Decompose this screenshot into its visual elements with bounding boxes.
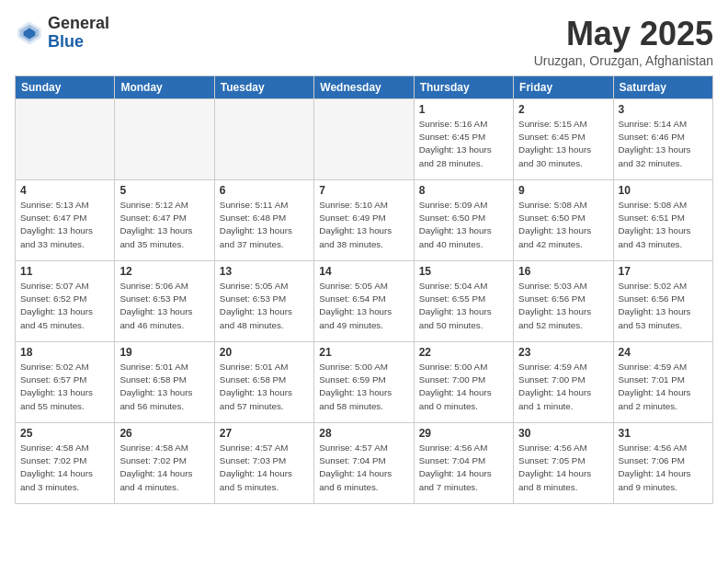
calendar-week-row: 18Sunrise: 5:02 AM Sunset: 6:57 PM Dayli…	[16, 342, 713, 423]
cell-date: 1	[419, 103, 508, 116]
cell-info: Sunrise: 5:06 AM Sunset: 6:53 PM Dayligh…	[119, 280, 209, 332]
weekday-header-monday: Monday	[115, 76, 214, 99]
cell-info: Sunrise: 4:57 AM Sunset: 7:04 PM Dayligh…	[319, 442, 408, 494]
cell-date: 3	[619, 103, 708, 116]
weekday-header-friday: Friday	[514, 76, 613, 99]
calendar-cell: 6Sunrise: 5:11 AM Sunset: 6:48 PM Daylig…	[214, 180, 313, 261]
cell-date: 20	[220, 346, 309, 359]
cell-info: Sunrise: 5:02 AM Sunset: 6:57 PM Dayligh…	[20, 361, 109, 413]
cell-info: Sunrise: 5:08 AM Sunset: 6:50 PM Dayligh…	[518, 199, 608, 251]
weekday-header-saturday: Saturday	[613, 76, 712, 99]
calendar-cell: 17Sunrise: 5:02 AM Sunset: 6:56 PM Dayli…	[613, 261, 712, 342]
calendar-cell: 13Sunrise: 5:05 AM Sunset: 6:53 PM Dayli…	[214, 261, 313, 342]
cell-date: 2	[518, 103, 608, 116]
weekday-header-sunday: Sunday	[16, 76, 115, 99]
calendar-table: SundayMondayTuesdayWednesdayThursdayFrid…	[15, 75, 713, 504]
calendar-cell	[16, 99, 115, 180]
calendar-cell	[214, 99, 313, 180]
title-block: May 2025 Uruzgan, Oruzgan, Afghanistan	[534, 15, 713, 68]
cell-info: Sunrise: 5:15 AM Sunset: 6:45 PM Dayligh…	[518, 118, 608, 170]
cell-date: 15	[419, 265, 508, 278]
calendar-cell: 25Sunrise: 4:58 AM Sunset: 7:02 PM Dayli…	[16, 423, 115, 504]
cell-info: Sunrise: 5:10 AM Sunset: 6:49 PM Dayligh…	[319, 199, 408, 251]
cell-date: 28	[319, 427, 408, 440]
weekday-header-row: SundayMondayTuesdayWednesdayThursdayFrid…	[16, 76, 713, 99]
calendar-cell: 10Sunrise: 5:08 AM Sunset: 6:51 PM Dayli…	[613, 180, 712, 261]
cell-date: 26	[119, 427, 209, 440]
cell-info: Sunrise: 5:02 AM Sunset: 6:56 PM Dayligh…	[619, 280, 708, 332]
cell-date: 14	[319, 265, 408, 278]
calendar-cell	[314, 99, 414, 180]
weekday-header-wednesday: Wednesday	[314, 76, 414, 99]
weekday-header-tuesday: Tuesday	[214, 76, 313, 99]
cell-info: Sunrise: 4:59 AM Sunset: 7:01 PM Dayligh…	[619, 361, 708, 413]
cell-info: Sunrise: 5:13 AM Sunset: 6:47 PM Dayligh…	[20, 199, 109, 251]
logo: General Blue	[15, 15, 109, 52]
cell-date: 7	[319, 184, 408, 197]
cell-date: 11	[20, 265, 109, 278]
calendar-cell: 28Sunrise: 4:57 AM Sunset: 7:04 PM Dayli…	[314, 423, 414, 504]
cell-date: 8	[419, 184, 508, 197]
calendar-cell: 21Sunrise: 5:00 AM Sunset: 6:59 PM Dayli…	[314, 342, 414, 423]
calendar-cell: 30Sunrise: 4:56 AM Sunset: 7:05 PM Dayli…	[514, 423, 613, 504]
cell-date: 13	[220, 265, 309, 278]
cell-date: 22	[419, 346, 508, 359]
cell-date: 6	[220, 184, 309, 197]
calendar-cell: 1Sunrise: 5:16 AM Sunset: 6:45 PM Daylig…	[414, 99, 513, 180]
calendar-cell: 8Sunrise: 5:09 AM Sunset: 6:50 PM Daylig…	[414, 180, 513, 261]
cell-info: Sunrise: 4:56 AM Sunset: 7:05 PM Dayligh…	[518, 442, 608, 494]
cell-info: Sunrise: 4:56 AM Sunset: 7:06 PM Dayligh…	[619, 442, 708, 494]
cell-date: 31	[619, 427, 708, 440]
cell-date: 21	[319, 346, 408, 359]
calendar-cell: 26Sunrise: 4:58 AM Sunset: 7:02 PM Dayli…	[115, 423, 214, 504]
calendar-cell: 31Sunrise: 4:56 AM Sunset: 7:06 PM Dayli…	[613, 423, 712, 504]
calendar-cell: 2Sunrise: 5:15 AM Sunset: 6:45 PM Daylig…	[514, 99, 613, 180]
cell-date: 29	[419, 427, 508, 440]
cell-date: 10	[619, 184, 708, 197]
calendar-cell: 14Sunrise: 5:05 AM Sunset: 6:54 PM Dayli…	[314, 261, 414, 342]
cell-date: 17	[619, 265, 708, 278]
cell-info: Sunrise: 5:04 AM Sunset: 6:55 PM Dayligh…	[419, 280, 508, 332]
cell-info: Sunrise: 5:01 AM Sunset: 6:58 PM Dayligh…	[119, 361, 209, 413]
calendar-cell	[115, 99, 214, 180]
calendar-cell: 24Sunrise: 4:59 AM Sunset: 7:01 PM Dayli…	[613, 342, 712, 423]
cell-date: 23	[518, 346, 608, 359]
cell-date: 9	[518, 184, 608, 197]
cell-info: Sunrise: 5:03 AM Sunset: 6:56 PM Dayligh…	[518, 280, 608, 332]
cell-info: Sunrise: 4:58 AM Sunset: 7:02 PM Dayligh…	[20, 442, 109, 494]
cell-info: Sunrise: 5:16 AM Sunset: 6:45 PM Dayligh…	[419, 118, 508, 170]
cell-info: Sunrise: 5:05 AM Sunset: 6:54 PM Dayligh…	[319, 280, 408, 332]
logo-text: General Blue	[48, 15, 109, 52]
logo-icon	[15, 18, 44, 48]
calendar-cell: 5Sunrise: 5:12 AM Sunset: 6:47 PM Daylig…	[115, 180, 214, 261]
calendar-cell: 11Sunrise: 5:07 AM Sunset: 6:52 PM Dayli…	[16, 261, 115, 342]
page-header: General Blue May 2025 Uruzgan, Oruzgan, …	[15, 15, 713, 68]
cell-info: Sunrise: 5:12 AM Sunset: 6:47 PM Dayligh…	[119, 199, 209, 251]
calendar-week-row: 25Sunrise: 4:58 AM Sunset: 7:02 PM Dayli…	[16, 423, 713, 504]
calendar-cell: 3Sunrise: 5:14 AM Sunset: 6:46 PM Daylig…	[613, 99, 712, 180]
cell-info: Sunrise: 5:14 AM Sunset: 6:46 PM Dayligh…	[619, 118, 708, 170]
location-subtitle: Uruzgan, Oruzgan, Afghanistan	[534, 53, 713, 68]
cell-info: Sunrise: 4:56 AM Sunset: 7:04 PM Dayligh…	[419, 442, 508, 494]
cell-date: 12	[119, 265, 209, 278]
calendar-week-row: 11Sunrise: 5:07 AM Sunset: 6:52 PM Dayli…	[16, 261, 713, 342]
calendar-cell: 20Sunrise: 5:01 AM Sunset: 6:58 PM Dayli…	[214, 342, 313, 423]
calendar-cell: 7Sunrise: 5:10 AM Sunset: 6:49 PM Daylig…	[314, 180, 414, 261]
calendar-cell: 16Sunrise: 5:03 AM Sunset: 6:56 PM Dayli…	[514, 261, 613, 342]
calendar-cell: 9Sunrise: 5:08 AM Sunset: 6:50 PM Daylig…	[514, 180, 613, 261]
calendar-cell: 29Sunrise: 4:56 AM Sunset: 7:04 PM Dayli…	[414, 423, 513, 504]
cell-date: 30	[518, 427, 608, 440]
weekday-header-thursday: Thursday	[414, 76, 513, 99]
calendar-cell: 4Sunrise: 5:13 AM Sunset: 6:47 PM Daylig…	[16, 180, 115, 261]
cell-date: 5	[119, 184, 209, 197]
month-title: May 2025	[534, 15, 713, 53]
calendar-cell: 19Sunrise: 5:01 AM Sunset: 6:58 PM Dayli…	[115, 342, 214, 423]
cell-info: Sunrise: 4:58 AM Sunset: 7:02 PM Dayligh…	[119, 442, 209, 494]
calendar-cell: 27Sunrise: 4:57 AM Sunset: 7:03 PM Dayli…	[214, 423, 313, 504]
cell-date: 24	[619, 346, 708, 359]
cell-info: Sunrise: 4:57 AM Sunset: 7:03 PM Dayligh…	[220, 442, 309, 494]
calendar-week-row: 4Sunrise: 5:13 AM Sunset: 6:47 PM Daylig…	[16, 180, 713, 261]
cell-date: 19	[119, 346, 209, 359]
cell-date: 27	[220, 427, 309, 440]
cell-info: Sunrise: 5:00 AM Sunset: 7:00 PM Dayligh…	[419, 361, 508, 413]
